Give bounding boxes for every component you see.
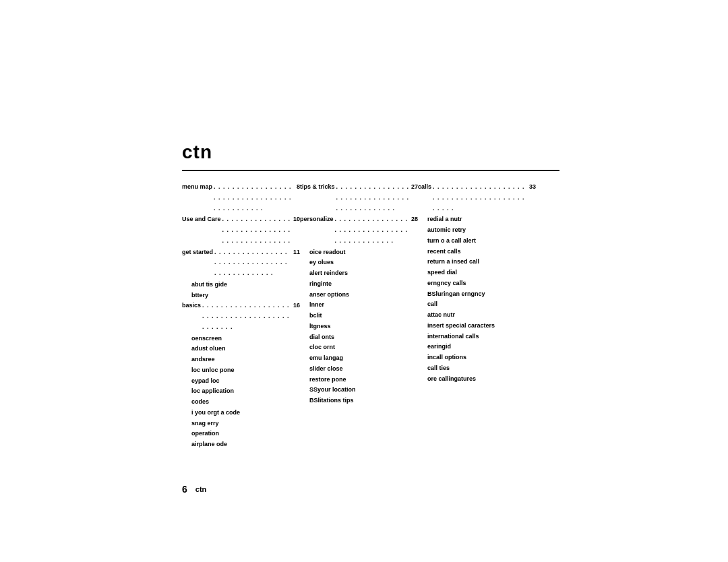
sub-item: bclit <box>300 311 418 321</box>
sub-item: SSyour location <box>300 385 418 396</box>
sub-item: abut tis gide <box>182 280 300 290</box>
sub-item: automic retry <box>418 225 536 236</box>
sub-item: adust oluen <box>182 344 300 354</box>
sub-item: erngncy calls <box>418 278 536 289</box>
sub-item: redial a nutr <box>418 214 536 225</box>
sub-item: call ties <box>418 363 536 374</box>
sub-item: oice readout <box>300 247 418 258</box>
entry-tips-tricks: tips & tricks 27 <box>300 182 418 214</box>
sub-item: international calls <box>418 332 536 342</box>
entry-label: basics <box>182 301 201 311</box>
sub-item: ltgness <box>300 321 418 332</box>
sub-item: loc application <box>182 386 300 397</box>
content-area: ctn menu map 8 Use and Care 10 get start… <box>182 142 559 450</box>
page: ctn menu map 8 Use and Care 10 get start… <box>0 0 728 562</box>
sub-item: speed dial <box>418 268 536 278</box>
entry-num: 16 <box>293 301 300 311</box>
entry-use-and-care: Use and Care 10 <box>182 214 300 247</box>
dot-leaders <box>222 214 292 246</box>
entry-label: get started <box>182 247 213 258</box>
sub-item: incall options <box>418 352 536 363</box>
chapter-title: ctn <box>182 142 559 163</box>
dot-leaders <box>202 301 292 332</box>
entry-basics: basics 16 <box>182 301 300 333</box>
page-footer: 6 ctn <box>182 484 206 495</box>
sub-item: cloc ornt <box>300 342 418 353</box>
entry-get-started: get started 11 <box>182 247 300 280</box>
footer-label: ctn <box>195 485 207 493</box>
toc-columns: menu map 8 Use and Care 10 get started 1… <box>182 182 559 450</box>
toc-col-1: menu map 8 Use and Care 10 get started 1… <box>182 182 300 450</box>
toc-col-3: calls 33 redial a nutr automic retry tur… <box>418 182 536 450</box>
sub-item: i you orgt a code <box>182 408 300 418</box>
sub-item: andsree <box>182 354 300 365</box>
page-number: 6 <box>182 484 187 495</box>
sub-item: codes <box>182 397 300 408</box>
sub-item: airplane ode <box>182 439 300 450</box>
sub-item: BSluringan erngncy <box>418 289 536 300</box>
sub-item: restore pone <box>300 375 418 385</box>
sub-item: emu langag <box>300 353 418 364</box>
sub-item: earingid <box>418 342 536 352</box>
sub-item: oenscreen <box>182 334 300 344</box>
entry-personalize: personalize 28 <box>300 214 418 247</box>
entry-num: 10 <box>293 214 300 225</box>
entry-label: calls <box>418 182 431 193</box>
sub-item: lnner <box>300 300 418 311</box>
toc-col-2: tips & tricks 27 personalize 28 oice rea… <box>300 182 418 450</box>
entry-label: personalize <box>300 214 334 225</box>
sub-item: recent calls <box>418 247 536 257</box>
entry-label: menu map <box>182 182 212 193</box>
sub-item: dial onts <box>300 332 418 343</box>
entry-num: 28 <box>411 214 418 225</box>
dot-leaders <box>433 182 528 214</box>
sub-item: BSlitations tips <box>300 396 418 406</box>
dot-leaders <box>335 214 410 246</box>
dot-leaders <box>214 182 295 214</box>
sub-item: slider close <box>300 364 418 375</box>
sub-item: attac nutr <box>418 310 536 321</box>
entry-num: 27 <box>411 182 418 193</box>
sub-item: eypad loc <box>182 376 300 387</box>
sub-item: bttery <box>182 290 300 301</box>
dot-leaders <box>214 247 292 279</box>
sub-item: alert reinders <box>300 268 418 279</box>
sub-item: operation <box>182 429 300 439</box>
sub-item: turn o a call alert <box>418 236 536 247</box>
sub-item: ringinte <box>300 279 418 290</box>
sub-item: call <box>418 299 536 310</box>
sub-item: return a insed call <box>418 257 536 268</box>
dot-leaders <box>336 182 410 214</box>
sub-item: loc unloc pone <box>182 365 300 376</box>
entry-calls: calls 33 <box>418 182 536 214</box>
sub-item: anser options <box>300 290 418 301</box>
entry-num: 11 <box>293 247 300 258</box>
sub-item: snag erry <box>182 418 300 429</box>
entry-menu-map: menu map 8 <box>182 182 300 214</box>
entry-label: Use and Care <box>182 214 221 225</box>
sub-item: insert special caracters <box>418 321 536 332</box>
divider <box>182 170 559 171</box>
sub-item: ey olues <box>300 257 418 268</box>
sub-item: ore callingatures <box>418 374 536 385</box>
entry-num: 33 <box>529 182 536 193</box>
entry-label: tips & tricks <box>300 182 335 193</box>
